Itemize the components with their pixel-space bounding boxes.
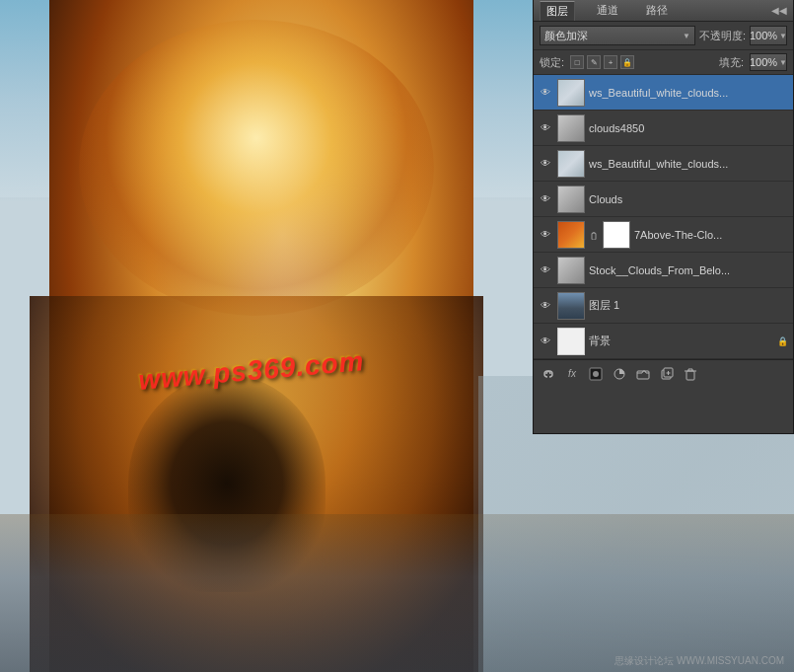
blend-mode-select[interactable]: 颜色加深 ▼ (540, 26, 695, 45)
layer-item-ws-beautiful-2[interactable]: 👁 ws_Beautiful_white_clouds... (534, 146, 793, 182)
tab-paths[interactable]: 路径 (640, 1, 674, 20)
tab-channels[interactable]: 通道 (591, 1, 624, 20)
layer-item-clouds[interactable]: 👁 Clouds (534, 182, 793, 217)
fill-value: 100% (750, 56, 777, 68)
lock-move-button[interactable]: + (604, 55, 617, 69)
tab-layers[interactable]: 图层 (540, 1, 575, 21)
layer-name-8: 背景 (589, 334, 773, 348)
layer-name-1: ws_Beautiful_white_clouds... (589, 87, 789, 99)
layer-thumbnail-5 (557, 221, 585, 249)
lock-row: 锁定: □ ✎ + 🔒 填充: 100% ▼ (534, 50, 793, 75)
explosion-glow (79, 20, 434, 316)
layer-name-6: Stock__Clouds_From_Belo... (589, 264, 789, 276)
fill-label: 填充: (719, 55, 744, 70)
lock-transparent-button[interactable]: □ (570, 55, 584, 69)
layer-thumbnail-6 (557, 257, 585, 284)
layer-item-background[interactable]: 👁 背景 🔒 (534, 324, 793, 359)
panel-collapse-button[interactable]: ◀◀ (771, 5, 787, 16)
link-layers-button[interactable] (538, 363, 559, 385)
layer-visibility-6[interactable]: 👁 (538, 262, 553, 278)
layer-effects-button[interactable]: fx (561, 363, 583, 385)
lock-icons-group: □ ✎ + 🔒 (570, 55, 634, 69)
blend-mode-arrow: ▼ (683, 32, 690, 40)
lock-label: 锁定: (540, 55, 564, 70)
layer-visibility-5[interactable]: 👁 (538, 227, 553, 243)
layer-item-stock-clouds[interactable]: 👁 Stock__Clouds_From_Belo... (534, 253, 793, 288)
main-container: www.ps369.com 思缘设计论坛 WWW.MISSYUAN.COM 图层… (0, 0, 794, 672)
layer-visibility-1[interactable]: 👁 (538, 85, 553, 101)
mask-button[interactable] (585, 363, 607, 385)
layers-panel: 图层 通道 路径 ◀◀ 颜色加深 ▼ 不透明度: 100% ▼ 锁定: □ ✎ (533, 0, 794, 434)
fill-input[interactable]: 100% ▼ (750, 53, 787, 71)
svg-rect-9 (686, 371, 694, 380)
layer-name-5: 7Above-The-Clo... (634, 229, 789, 241)
panel-header: 图层 通道 路径 ◀◀ (534, 0, 793, 22)
new-layer-button[interactable] (656, 363, 678, 385)
layer-visibility-7[interactable]: 👁 (538, 298, 553, 314)
layer-visibility-8[interactable]: 👁 (538, 334, 553, 349)
svg-rect-4 (637, 371, 649, 379)
layer-name-4: Clouds (589, 193, 789, 205)
blend-mode-row: 颜色加深 ▼ 不透明度: 100% ▼ (534, 22, 793, 50)
opacity-input[interactable]: 100% ▼ (750, 26, 787, 45)
adjustment-button[interactable] (609, 363, 630, 385)
layers-list: 👁 ws_Beautiful_white_clouds... 👁 clouds4… (534, 75, 793, 359)
layer-visibility-4[interactable]: 👁 (538, 191, 553, 207)
opacity-value: 100% (750, 30, 777, 41)
lock-paint-button[interactable]: ✎ (587, 55, 601, 69)
blend-mode-label: 颜色加深 (544, 29, 588, 43)
layer-link-icon-5 (589, 230, 599, 240)
opacity-label: 不透明度: (699, 29, 746, 43)
layer-thumbnail-3 (557, 150, 585, 178)
layer-name-3: ws_Beautiful_white_clouds... (589, 158, 789, 170)
layer-thumbnail-4 (557, 186, 585, 213)
layer-visibility-2[interactable]: 👁 (538, 120, 553, 136)
group-button[interactable] (632, 363, 654, 385)
layer-item-ws-beautiful-1[interactable]: 👁 ws_Beautiful_white_clouds... (534, 75, 793, 111)
layer-item-layer1[interactable]: 👁 图层 1 (534, 288, 793, 324)
layer-thumbnail-8 (557, 328, 585, 355)
layer-visibility-3[interactable]: 👁 (538, 156, 553, 172)
layer-item-clouds4850[interactable]: 👁 clouds4850 (534, 111, 793, 146)
layer-item-7above[interactable]: 👁 7Above-The-Clo... (534, 217, 793, 253)
layer-thumbnail-1 (557, 79, 585, 107)
layer-thumbnail-7 (557, 292, 585, 320)
lock-all-button[interactable]: 🔒 (620, 55, 634, 69)
svg-rect-0 (592, 233, 596, 240)
panel-toolbar: fx (534, 359, 793, 387)
layer-thumbnail-2 (557, 114, 585, 142)
opacity-arrow: ▼ (779, 32, 787, 40)
fill-arrow: ▼ (779, 58, 787, 67)
svg-point-2 (593, 371, 599, 377)
layer-name-7: 图层 1 (589, 298, 789, 313)
layer-lock-icon-8: 🔒 (777, 336, 789, 346)
bottom-credit: 思缘设计论坛 WWW.MISSYUAN.COM (614, 654, 784, 668)
delete-layer-button[interactable] (680, 363, 701, 385)
layer-name-2: clouds4850 (589, 122, 789, 134)
layer-mask-5 (603, 221, 630, 249)
